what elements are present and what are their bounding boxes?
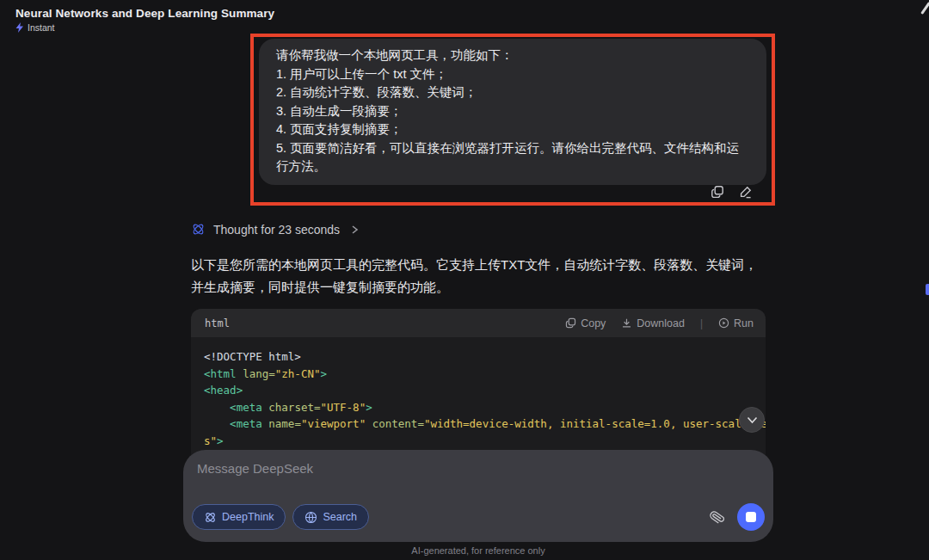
copy-message-button[interactable] <box>711 185 724 199</box>
code-line: <head> <box>204 382 753 399</box>
copy-icon <box>565 317 576 329</box>
message-input[interactable] <box>197 461 739 495</box>
edit-icon <box>739 185 753 199</box>
deepthink-atom-icon <box>204 511 217 524</box>
user-message-line: 3. 自动生成一段摘要； <box>276 102 749 121</box>
user-message-line: 5. 页面要简洁好看，可以直接在浏览器打开运行。请你给出完整代码、文件结构和运行… <box>276 139 749 176</box>
run-code-label: Run <box>734 317 754 329</box>
user-message-line: 4. 页面支持复制摘要； <box>276 120 749 139</box>
code-line: <html lang="zh-CN"> <box>204 366 753 383</box>
code-line: s"> <box>204 433 753 450</box>
user-message-line: 1. 用户可以上传一个 txt 文件； <box>276 65 749 84</box>
deepthink-toggle-button[interactable]: DeepThink <box>192 504 286 530</box>
thought-toggle[interactable]: Thought for 23 seconds <box>191 222 359 237</box>
mode-badge: Instant <box>15 22 55 33</box>
code-actions: Copy Download | Run <box>565 317 754 329</box>
deepthink-label: DeepThink <box>222 511 274 523</box>
message-actions <box>711 185 753 199</box>
download-code-button[interactable]: Download <box>621 317 685 329</box>
download-code-label: Download <box>637 317 685 329</box>
thought-label: Thought for 23 seconds <box>213 223 340 237</box>
deepthink-atom-icon <box>191 222 206 237</box>
code-line: <meta name="viewport" content="width=dev… <box>204 415 753 433</box>
paperclip-icon <box>710 509 724 526</box>
chevron-down-icon <box>747 416 758 424</box>
composer-toolbar: DeepThink Search <box>192 503 765 531</box>
assistant-response-text: 以下是您所需的本地网页工具的完整代码。它支持上传TXT文件，自动统计字数、段落数… <box>191 254 769 298</box>
copy-code-label: Copy <box>581 317 606 329</box>
copy-code-button[interactable]: Copy <box>565 317 606 329</box>
stop-generating-button[interactable] <box>737 503 765 531</box>
lightning-icon <box>15 22 24 33</box>
user-message-bubble: 请你帮我做一个本地网页工具，功能如下：1. 用户可以上传一个 txt 文件；2.… <box>259 39 766 185</box>
search-toggle-button[interactable]: Search <box>292 504 369 530</box>
run-code-button[interactable]: Run <box>718 317 754 329</box>
toolbar-right <box>710 503 765 531</box>
search-label: Search <box>323 511 357 523</box>
globe-icon <box>305 511 317 524</box>
attach-file-button[interactable] <box>710 509 724 526</box>
code-language-label: html <box>205 317 230 329</box>
disclaimer-text: AI-generated, for reference only <box>191 545 766 556</box>
stop-icon <box>746 512 756 522</box>
cursor-fragment <box>920 2 929 15</box>
chat-title: Neural Networks and Deep Learning Summar… <box>15 7 274 20</box>
code-line: <!DOCTYPE html> <box>204 348 753 366</box>
user-message-line: 2. 自动统计字数、段落数、关键词； <box>276 83 749 102</box>
actions-divider: | <box>700 317 703 329</box>
scroll-to-bottom-button[interactable] <box>739 407 765 433</box>
copy-icon <box>711 185 724 199</box>
scrollbar-fragment <box>926 284 929 295</box>
run-icon <box>718 317 729 329</box>
code-line: <meta charset="UTF-8"> <box>204 399 753 416</box>
download-icon <box>621 317 632 329</box>
code-block-header: html Copy Download | <box>191 309 766 337</box>
mode-label: Instant <box>28 22 55 33</box>
user-message-line: 请你帮我做一个本地网页工具，功能如下： <box>276 46 749 65</box>
chevron-right-icon <box>350 225 359 235</box>
edit-message-button[interactable] <box>739 185 753 199</box>
code-body: <!DOCTYPE html><html lang="zh-CN"><head>… <box>191 337 766 461</box>
composer: DeepThink Search <box>183 450 773 542</box>
